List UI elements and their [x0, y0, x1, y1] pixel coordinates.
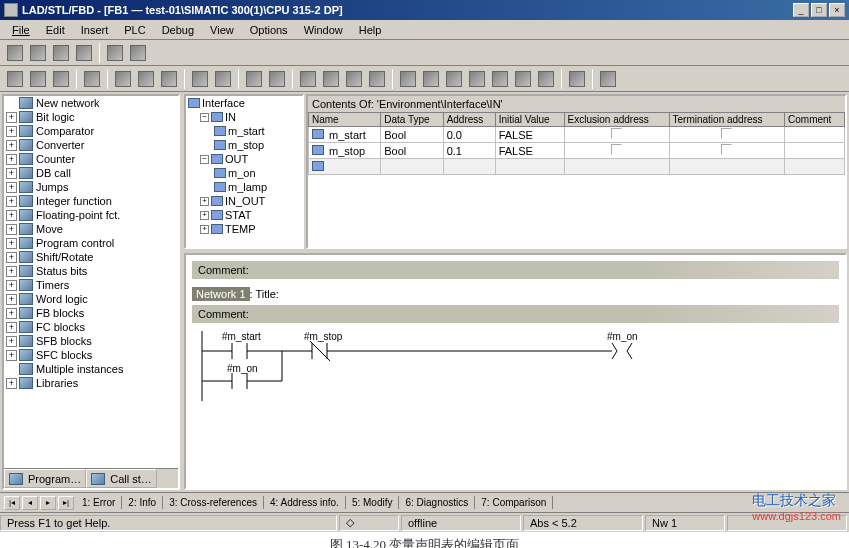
network-comment[interactable]: Comment:	[192, 305, 839, 323]
output-tab[interactable]: 6: Diagnostics	[399, 496, 475, 509]
variable-table[interactable]: NameData TypeAddressInitial ValueExclusi…	[308, 112, 845, 175]
catalog-item[interactable]: +Move	[4, 222, 178, 236]
catalog-item[interactable]: +Word logic	[4, 292, 178, 306]
tb-paste-icon[interactable]	[158, 68, 180, 90]
table-row[interactable]: m_startBool0.0FALSE	[309, 127, 845, 143]
iface-out-var[interactable]: m_on	[186, 166, 302, 180]
catalog-item[interactable]: Multiple instances	[4, 362, 178, 376]
output-tab[interactable]: 4: Address info.	[264, 496, 346, 509]
iface-out-var[interactable]: m_lamp	[186, 180, 302, 194]
tb-back-icon[interactable]	[104, 42, 126, 64]
catalog-item[interactable]: +Integer function	[4, 194, 178, 208]
tb-download-icon[interactable]	[243, 68, 265, 90]
tb-open-icon[interactable]	[27, 68, 49, 90]
tb-fwd-icon[interactable]	[127, 42, 149, 64]
table-row-empty[interactable]	[309, 159, 845, 175]
iface-temp[interactable]: +TEMP	[186, 222, 302, 236]
catalog-tree[interactable]: New network+Bit logic+Comparator+Convert…	[4, 96, 178, 468]
tb-network-icon[interactable]	[297, 68, 319, 90]
catalog-item[interactable]: +Bit logic	[4, 110, 178, 124]
catalog-item[interactable]: +Libraries	[4, 376, 178, 390]
tb-right-icon[interactable]	[73, 42, 95, 64]
nav-next-icon[interactable]: ▸	[40, 496, 56, 510]
menu-options[interactable]: Options	[242, 22, 296, 38]
ladder-diagram[interactable]: #m_start #m_stop #m_on #m_on	[192, 331, 839, 401]
catalog-item[interactable]: +FB blocks	[4, 306, 178, 320]
iface-inout[interactable]: +IN_OUT	[186, 194, 302, 208]
catalog-item[interactable]: +Comparator	[4, 124, 178, 138]
menu-window[interactable]: Window	[296, 22, 351, 38]
tb-save-icon[interactable]	[50, 68, 72, 90]
menu-insert[interactable]: Insert	[73, 22, 117, 38]
nav-prev-icon[interactable]: ◂	[22, 496, 38, 510]
close-button[interactable]: ×	[829, 3, 845, 17]
table-row[interactable]: m_stopBool0.1FALSE	[309, 143, 845, 159]
column-header[interactable]: Data Type	[381, 113, 443, 127]
catalog-item[interactable]: +Converter	[4, 138, 178, 152]
maximize-button[interactable]: □	[811, 3, 827, 17]
iface-in[interactable]: −IN	[186, 110, 302, 124]
menu-file[interactable]: File	[4, 22, 38, 38]
catalog-item[interactable]: +Shift/Rotate	[4, 250, 178, 264]
tb-monitor-icon[interactable]	[266, 68, 288, 90]
catalog-item[interactable]: +Jumps	[4, 180, 178, 194]
tab-program[interactable]: Program…	[4, 469, 86, 488]
catalog-item[interactable]: +FC blocks	[4, 320, 178, 334]
nav-first-icon[interactable]: |◂	[4, 496, 20, 510]
tb-next-icon[interactable]	[50, 42, 72, 64]
tb-branch-open-icon[interactable]	[489, 68, 511, 90]
output-tab[interactable]: 7: Comparison	[475, 496, 553, 509]
tb-box-icon[interactable]	[466, 68, 488, 90]
output-tab[interactable]: 5: Modify	[346, 496, 400, 509]
iface-stat[interactable]: +STAT	[186, 208, 302, 222]
column-header[interactable]: Initial Value	[495, 113, 564, 127]
tb-print-icon[interactable]	[81, 68, 103, 90]
catalog-item[interactable]: +Status bits	[4, 264, 178, 278]
tb-help-icon[interactable]	[597, 68, 619, 90]
iface-in-var[interactable]: m_start	[186, 124, 302, 138]
output-tab[interactable]: 1: Error	[76, 496, 122, 509]
tb-goto-icon[interactable]	[566, 68, 588, 90]
menu-help[interactable]: Help	[351, 22, 390, 38]
tb-branch-close-icon[interactable]	[512, 68, 534, 90]
output-tab[interactable]: 3: Cross-references	[163, 496, 264, 509]
catalog-item[interactable]: +SFC blocks	[4, 348, 178, 362]
column-header[interactable]: Comment	[785, 113, 845, 127]
column-header[interactable]: Name	[309, 113, 381, 127]
tb-copy-icon[interactable]	[135, 68, 157, 90]
tb-contact-nc-icon[interactable]	[420, 68, 442, 90]
column-header[interactable]: Address	[443, 113, 495, 127]
catalog-item[interactable]: +Floating-point fct.	[4, 208, 178, 222]
menu-plc[interactable]: PLC	[116, 22, 153, 38]
iface-root[interactable]: Interface	[186, 96, 302, 110]
menu-view[interactable]: View	[202, 22, 242, 38]
output-tab[interactable]: 2: Info	[122, 496, 163, 509]
catalog-item[interactable]: +Timers	[4, 278, 178, 292]
column-header[interactable]: Exclusion address	[564, 113, 669, 127]
block-comment[interactable]: Comment:	[192, 261, 839, 279]
interface-tree[interactable]: Interface −IN m_start m_stop −OUT m_on m…	[184, 94, 304, 249]
tb-conn-icon[interactable]	[535, 68, 557, 90]
tb-new-icon[interactable]	[4, 68, 26, 90]
catalog-item[interactable]: New network	[4, 96, 178, 110]
tb-prev-icon[interactable]	[27, 42, 49, 64]
column-header[interactable]: Termination address	[669, 113, 785, 127]
tb-view2-icon[interactable]	[343, 68, 365, 90]
tb-view1-icon[interactable]	[320, 68, 342, 90]
iface-out[interactable]: −OUT	[186, 152, 302, 166]
iface-in-var[interactable]: m_stop	[186, 138, 302, 152]
code-editor[interactable]: Comment: Network 1: Title: Comment:	[184, 253, 847, 490]
tb-undo-icon[interactable]	[189, 68, 211, 90]
tb-coil-icon[interactable]	[443, 68, 465, 90]
nav-last-icon[interactable]: ▸|	[58, 496, 74, 510]
catalog-item[interactable]: +DB call	[4, 166, 178, 180]
tb-cut-icon[interactable]	[112, 68, 134, 90]
minimize-button[interactable]: _	[793, 3, 809, 17]
network-title-line[interactable]: Network 1: Title:	[192, 287, 839, 301]
tb-redo-icon[interactable]	[212, 68, 234, 90]
tb-view3-icon[interactable]	[366, 68, 388, 90]
tb-contact-no-icon[interactable]	[397, 68, 419, 90]
menu-edit[interactable]: Edit	[38, 22, 73, 38]
catalog-item[interactable]: +SFB blocks	[4, 334, 178, 348]
tab-call-structure[interactable]: Call st…	[86, 469, 157, 488]
